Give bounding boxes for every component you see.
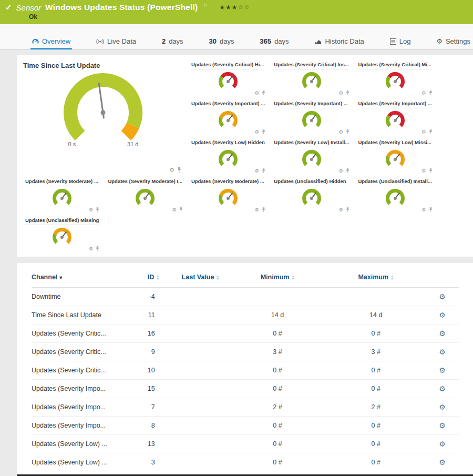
table-row: Time Since Last Update 11 14 d 14 d ⚙ — [32, 306, 459, 325]
gauge-settings-gear-icon[interactable]: ⚙ — [169, 167, 174, 173]
pin-icon[interactable] — [346, 168, 349, 174]
pin-icon[interactable] — [262, 168, 265, 174]
log-list-icon — [390, 38, 396, 45]
channel-gauge-tile[interactable]: Updates (Unclassified) Install... ⚙ — [355, 176, 435, 215]
pin-icon[interactable] — [262, 207, 265, 212]
tab-log[interactable]: Log — [388, 37, 413, 49]
gauge-settings-gear-icon[interactable]: ⚙ — [421, 129, 426, 135]
tab-historic-data[interactable]: Historic Data — [313, 37, 365, 49]
channel-gauge-tile[interactable]: Updates (Severity Moderate) I... ⚙ — [105, 176, 185, 215]
gauge-settings-gear-icon[interactable]: ⚙ — [255, 129, 260, 135]
channel-gauge-tile[interactable]: Updates (Severity Critical) Mi... ⚙ — [355, 59, 435, 98]
channel-sort-dropdown-icon[interactable]: ▾ — [59, 275, 62, 280]
channel-maximum: 14 d — [327, 306, 425, 325]
channel-gauge-tile[interactable]: Updates (Severity Low) Install... ⚙ — [271, 137, 352, 176]
gauge-settings-gear-icon[interactable]: ⚙ — [339, 168, 344, 174]
pin-icon[interactable] — [179, 207, 183, 212]
channel-gauge-svg — [383, 70, 407, 92]
tab-settings[interactable]: ⚙ Settings — [435, 37, 472, 49]
channel-gauge-tile[interactable]: Updates (Severity Moderate) ... ⚙ — [22, 176, 102, 215]
channel-gauge-svg — [133, 187, 157, 208]
tab-2-days[interactable]: 2 days — [160, 37, 185, 49]
channel-gauge-tile[interactable]: Updates (Severity Low) Missi... ⚙ — [355, 137, 435, 176]
main-gauge-svg — [53, 69, 153, 149]
pin-icon[interactable] — [96, 207, 99, 212]
pin-icon[interactable] — [429, 129, 433, 135]
gauge-settings-gear-icon[interactable]: ⚙ — [89, 207, 94, 212]
channel-gauge-svg — [216, 148, 240, 169]
channel-gauge-svg — [383, 109, 407, 130]
tab-live-data[interactable]: Live Data — [95, 37, 138, 49]
channel-settings-gear-icon[interactable]: ⚙ — [439, 440, 446, 448]
channel-settings-gear-icon[interactable]: ⚙ — [439, 384, 446, 393]
channel-gauge-svg — [216, 187, 240, 208]
column-header-maximum[interactable]: Maximum▲▼ — [327, 271, 425, 288]
tab-label: days — [169, 37, 183, 45]
channel-settings-gear-icon[interactable]: ⚙ — [439, 403, 446, 411]
gauge-settings-gear-icon[interactable]: ⚙ — [89, 246, 94, 251]
pin-icon[interactable] — [96, 246, 99, 251]
table-row: Updates (Severity Low) ... 13 0 # 0 # ⚙ — [32, 435, 459, 453]
tab-strip: Overview Live Data 2 days 30 days 365 da… — [0, 24, 473, 50]
channel-gauge-title: Updates (Severity Important) ... — [274, 100, 349, 108]
channel-settings-gear-icon[interactable]: ⚙ — [439, 311, 446, 319]
pin-icon[interactable] — [346, 90, 349, 96]
gauge-settings-gear-icon[interactable]: ⚙ — [421, 168, 426, 174]
tab-365-days[interactable]: 365 days — [258, 37, 290, 49]
channel-settings-gear-icon[interactable]: ⚙ — [439, 421, 446, 430]
gauge-settings-gear-icon[interactable]: ⚙ — [339, 207, 344, 212]
channel-gauge-tile[interactable]: Updates (Unclassified) Hidden ⚙ — [271, 176, 352, 215]
pin-icon[interactable] — [429, 207, 433, 212]
channel-gauge-svg — [383, 148, 407, 169]
flag-icon[interactable]: ⚐ — [203, 3, 208, 8]
channel-gauge-tile[interactable]: Updates (Severity Critical) Ins... ⚙ — [271, 59, 352, 98]
pin-icon[interactable] — [346, 129, 349, 135]
pin-icon[interactable] — [262, 90, 265, 96]
gauge-settings-gear-icon[interactable]: ⚙ — [339, 90, 344, 96]
column-header-last-value[interactable]: Last Value▲▼ — [173, 271, 229, 288]
channel-minimum: 0 # — [228, 325, 326, 343]
channel-gauge-tile[interactable]: Updates (Severity Important) ... ⚙ — [271, 98, 352, 137]
gauge-settings-gear-icon[interactable]: ⚙ — [255, 90, 260, 96]
channel-settings-gear-icon[interactable]: ⚙ — [439, 366, 446, 374]
channel-maximum: 0 # — [327, 435, 425, 453]
gauge-settings-gear-icon[interactable]: ⚙ — [255, 168, 260, 174]
gauge-settings-gear-icon[interactable]: ⚙ — [339, 129, 344, 135]
pin-icon[interactable] — [429, 90, 433, 96]
channel-last-value — [173, 288, 229, 306]
pin-icon[interactable] — [262, 129, 265, 135]
channel-minimum: 0 # — [228, 380, 326, 398]
column-header-channel[interactable]: Channel▾ — [32, 271, 134, 288]
channel-settings-gear-icon[interactable]: ⚙ — [439, 329, 446, 338]
pin-icon[interactable] — [346, 207, 349, 212]
channel-gauge-tile[interactable]: Updates (Severity Low) Hidden ⚙ — [188, 137, 268, 176]
column-header-id[interactable]: ID▲▼ — [134, 271, 172, 288]
channel-gauge-tile[interactable]: Updates (Severity Moderate) ... ⚙ — [188, 176, 268, 215]
tab-label: Historic Data — [325, 37, 364, 45]
star-rating[interactable]: ★★★☆☆ — [219, 4, 250, 11]
channel-id: 7 — [134, 398, 172, 417]
gauge-settings-gear-icon[interactable]: ⚙ — [255, 207, 260, 212]
channel-name: Downtime — [32, 288, 134, 306]
tab-overview[interactable]: Overview — [30, 37, 72, 49]
pin-icon[interactable] — [429, 168, 433, 174]
status-badge: Ok — [29, 13, 468, 21]
channel-maximum: 0 # — [327, 453, 425, 472]
channel-gauge-svg — [50, 226, 74, 247]
gauge-settings-gear-icon[interactable]: ⚙ — [421, 207, 426, 212]
channel-settings-gear-icon[interactable]: ⚙ — [439, 348, 446, 356]
channel-gauge-title: Updates (Unclassified) Missing — [25, 217, 99, 225]
pin-icon[interactable] — [177, 167, 181, 173]
column-header-minimum[interactable]: Minimum▲▼ — [228, 271, 326, 288]
channel-settings-gear-icon[interactable]: ⚙ — [439, 292, 446, 301]
channel-gauge-tile[interactable]: Updates (Unclassified) Missing ⚙ — [22, 215, 102, 254]
channel-table-panel: Channel▾ ID▲▼ Last Value▲▼ Minimum▲▼ Max… — [17, 263, 473, 476]
area-chart-icon — [314, 38, 322, 45]
channel-gauge-tile[interactable]: Updates (Severity Important) ... ⚙ — [188, 98, 268, 137]
channel-settings-gear-icon[interactable]: ⚙ — [439, 458, 446, 467]
tab-30-days[interactable]: 30 days — [207, 37, 235, 49]
channel-gauge-tile[interactable]: Updates (Severity Important) ... ⚙ — [355, 98, 435, 137]
gauge-settings-gear-icon[interactable]: ⚙ — [172, 207, 177, 212]
channel-gauge-tile[interactable]: Updates (Severity Critical) Hi... ⚙ — [188, 59, 268, 98]
gauge-settings-gear-icon[interactable]: ⚙ — [421, 90, 426, 96]
